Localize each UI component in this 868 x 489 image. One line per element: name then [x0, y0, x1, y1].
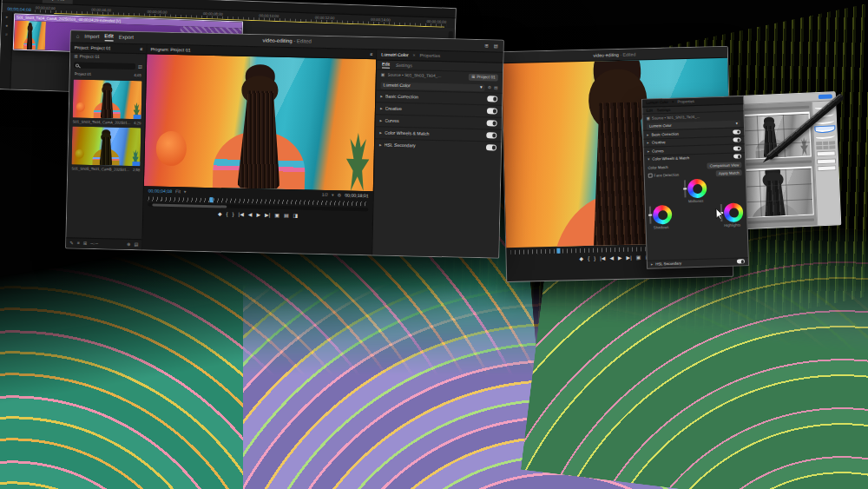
export-frame-button[interactable]: ▣ [274, 213, 279, 219]
add-marker-button[interactable]: ◆ [579, 256, 583, 262]
clip-thumbnail [71, 127, 141, 167]
play-button[interactable]: ▶ [256, 213, 260, 219]
track-tool-icon[interactable]: ▸ [6, 15, 9, 20]
section-toggle[interactable] [487, 109, 497, 115]
subtab-settings[interactable]: Settings [657, 108, 671, 113]
brush-preset[interactable] [816, 133, 835, 139]
highlights-wheel[interactable] [724, 203, 744, 223]
maximize-icon[interactable]: ▤ [494, 43, 498, 49]
apply-match-button[interactable]: Apply Match [716, 169, 742, 176]
source-project-chip[interactable]: ⊞ Project 01 [469, 74, 498, 82]
tab-project[interactable]: Project: Project 01 [74, 44, 111, 50]
go-to-in-button[interactable]: |◀ [600, 256, 605, 262]
track-tool-icon[interactable]: ● [5, 23, 8, 29]
tab-lumetri-color[interactable]: Lumetri Color [646, 100, 668, 105]
extract-button[interactable]: ◨ [293, 214, 299, 220]
new-bin-icon[interactable]: ▤ [138, 64, 142, 69]
tab-properties[interactable]: Properties [677, 99, 694, 104]
subtab-edit[interactable]: Edit [646, 108, 653, 112]
lumetri-panel: Lumetri Color × Properties Edit Settings… [372, 50, 503, 257]
subtab-settings[interactable]: Settings [396, 63, 412, 69]
reset-icon[interactable]: ▤ [494, 85, 498, 90]
go-to-in-button[interactable]: |◀ [239, 212, 244, 218]
track-tool-icon[interactable]: ≡ [5, 32, 8, 37]
close-icon[interactable]: × [412, 53, 415, 58]
section-toggle[interactable] [733, 155, 741, 159]
chevron-right-icon: ▸ [647, 132, 648, 136]
panel-menu-icon[interactable]: ≡ [370, 51, 372, 56]
comparison-view-button[interactable]: Comparison View [707, 162, 742, 169]
project-clip-card[interactable]: S01_Sh05_Tk01_CamB_20250103_ 2;58 [68, 125, 144, 174]
tab-lumetri-color[interactable]: Lumetri Color [381, 52, 408, 58]
play-button[interactable]: ▶ [618, 255, 622, 261]
step-forward-button[interactable]: ▶| [265, 213, 270, 219]
tab-program[interactable]: Program: Project 01 [150, 46, 190, 52]
brush-preset-selected[interactable] [815, 126, 834, 132]
playback-resolution-dropdown[interactable]: 1/2 [322, 192, 328, 197]
export-frame-button[interactable]: ▣ [636, 255, 641, 261]
menu-export[interactable]: Export [119, 35, 135, 42]
tool-icon[interactable] [816, 146, 822, 149]
zoom-fit-dropdown[interactable]: Fit [175, 189, 181, 195]
playhead[interactable] [210, 197, 214, 202]
swatch[interactable] [817, 158, 836, 164]
project-clip-card[interactable]: S01_Sh03_Tk04_CamA_20250103_ 4;29 [69, 77, 145, 126]
swatch[interactable] [817, 150, 836, 156]
section-toggle[interactable] [737, 260, 745, 264]
face-detection-checkbox[interactable] [648, 174, 653, 178]
tool-icon[interactable] [823, 141, 829, 144]
tab-timeline-sequence[interactable]: Project 01 × [43, 0, 74, 3]
tool-icon[interactable] [830, 145, 836, 149]
shadows-slider[interactable] [649, 207, 652, 224]
primary-action-button[interactable] [819, 94, 832, 99]
step-back-button[interactable]: ◀ [248, 212, 253, 218]
tool-icon[interactable] [823, 145, 829, 149]
menu-edit[interactable]: Edit [104, 34, 114, 41]
list-view-icon[interactable]: ≡ [77, 241, 80, 246]
midtones-slider[interactable] [684, 181, 687, 198]
zoom-slider[interactable]: ─○─ [90, 241, 98, 246]
chevron-right-icon: ▸ [380, 106, 383, 111]
workspace-icon[interactable]: ⊞ [484, 43, 488, 49]
step-back-button[interactable]: ◀ [609, 256, 614, 262]
section-toggle[interactable] [487, 96, 497, 102]
lamp [156, 131, 187, 166]
clip-badge [134, 115, 141, 119]
midtones-wheel[interactable] [687, 179, 707, 199]
lift-button[interactable]: ▤ [284, 213, 289, 219]
section-toggle[interactable] [486, 145, 496, 151]
close-icon[interactable]: × [67, 0, 69, 2]
grid-view-icon[interactable]: ⊞ [83, 241, 87, 246]
new-item-icon[interactable]: ⊕ [127, 241, 130, 247]
add-marker-button[interactable]: ◆ [218, 212, 222, 218]
tool-icon[interactable] [816, 142, 822, 145]
swatch[interactable] [817, 165, 836, 171]
section-toggle[interactable] [733, 146, 741, 150]
project-panel: Project: Project 01 ≡ ⊞ Project 01 ▤ Pro… [66, 43, 147, 249]
close-icon[interactable]: × [672, 100, 674, 104]
fx-icon[interactable]: ⚙ [488, 85, 491, 90]
playhead[interactable] [556, 248, 560, 254]
project-breadcrumb[interactable]: Project 01 [80, 54, 100, 60]
section-toggle[interactable] [733, 138, 740, 142]
search-input[interactable] [74, 62, 135, 69]
timecode-current[interactable]: 00;00;04;08 [148, 188, 173, 195]
mark-out-button[interactable]: } [594, 256, 595, 262]
mark-in-button[interactable]: { [227, 212, 228, 218]
home-icon[interactable]: ⌂ [76, 33, 80, 39]
settings-gear-icon[interactable]: ⚙ [338, 193, 342, 198]
subtab-edit[interactable]: Edit [382, 62, 390, 68]
mark-in-button[interactable]: { [588, 256, 589, 262]
mark-out-button[interactable]: } [233, 212, 234, 218]
tool-icon[interactable] [829, 141, 835, 144]
panel-menu-icon[interactable]: ≡ [140, 46, 142, 51]
bin-icon[interactable]: ▤ [134, 241, 138, 247]
menu-import[interactable]: Import [84, 34, 99, 41]
section-toggle[interactable] [487, 121, 497, 127]
section-toggle[interactable] [486, 133, 496, 139]
pen-automate-icon[interactable]: ✎ [69, 241, 73, 246]
shadows-wheel[interactable] [653, 205, 673, 225]
section-toggle[interactable] [733, 129, 740, 134]
step-forward-button[interactable]: ▶| [627, 255, 632, 261]
tab-properties[interactable]: Properties [419, 53, 440, 59]
